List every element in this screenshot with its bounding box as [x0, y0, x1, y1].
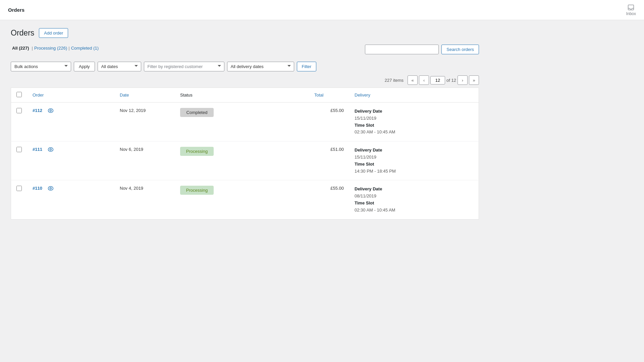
apply-button[interactable]: Apply — [74, 62, 95, 71]
header-delivery[interactable]: Delivery — [349, 88, 479, 103]
pagination-row: 227 items « ‹ of 12 › » — [11, 75, 479, 85]
prev-page-button[interactable]: ‹ — [419, 75, 429, 85]
search-button[interactable]: Search orders — [441, 45, 479, 54]
header-total[interactable]: Total — [309, 88, 349, 103]
all-dates-select[interactable]: All dates — [98, 62, 141, 71]
row-checkbox-cell — [11, 103, 28, 141]
row-checkbox-cell — [11, 141, 28, 180]
view-order-icon-110[interactable] — [48, 186, 54, 191]
status-badge-111[interactable]: Processing — [180, 147, 214, 156]
row-checkbox-112[interactable] — [16, 108, 22, 113]
items-count: 227 items — [385, 78, 404, 83]
tab-processing[interactable]: Processing (226) — [34, 46, 67, 51]
row-date-110: Nov 4, 2019 — [114, 180, 175, 219]
row-checkbox-110[interactable] — [16, 186, 22, 191]
table-row: #110 Nov 4, 2019 Processing £55.00 Deliv… — [11, 180, 479, 219]
order-link-111[interactable]: #111 — [33, 147, 42, 152]
filter-button[interactable]: Filter — [297, 62, 317, 71]
svg-point-2 — [50, 110, 51, 111]
delivery-dates-wrap: All delivery dates — [227, 62, 294, 71]
toolbar-row: Bulk actions Apply All dates Filter by r… — [11, 62, 479, 71]
table-row: #112 Nov 12, 2019 Completed £55.00 Deliv… — [11, 103, 479, 141]
inbox-icon — [628, 4, 634, 11]
row-date-111: Nov 6, 2019 — [114, 141, 175, 180]
order-link-112[interactable]: #112 — [33, 108, 42, 113]
row-checkbox-111[interactable] — [16, 147, 22, 152]
row-date-112: Nov 12, 2019 — [114, 103, 175, 141]
bulk-actions-wrap: Bulk actions — [11, 62, 71, 71]
row-status-112: Completed — [175, 103, 309, 141]
search-row: Search orders — [365, 45, 479, 54]
filter-tabs: All (227) | Processing (226) | Completed… — [11, 46, 99, 51]
delivery-dates-select[interactable]: All delivery dates — [227, 62, 294, 71]
row-delivery-111: Delivery Date 15/11/2019 Time Slot 14:30… — [349, 141, 479, 180]
header-order[interactable]: Order — [27, 88, 114, 103]
tab-completed[interactable]: Completed (1) — [71, 46, 99, 51]
inbox-button[interactable]: Inbox — [626, 4, 636, 16]
inbox-label: Inbox — [626, 11, 636, 16]
svg-point-6 — [50, 187, 51, 189]
orders-table: Order Date Status Total Delivery — [11, 87, 479, 220]
customer-filter-select[interactable]: Filter by registered customer — [144, 62, 224, 71]
row-total-111: £51.00 — [309, 141, 349, 180]
svg-point-1 — [48, 109, 53, 112]
top-bar: Orders Inbox — [0, 0, 644, 20]
table-row: #111 Nov 6, 2019 Processing £51.00 Deliv… — [11, 141, 479, 180]
row-order-cell: #112 — [27, 103, 114, 141]
row-status-111: Processing — [175, 141, 309, 180]
main-content: Orders Add order All (227) | Processing … — [0, 20, 490, 228]
status-badge-112[interactable]: Completed — [180, 108, 214, 117]
order-link-110[interactable]: #110 — [33, 186, 42, 191]
svg-point-4 — [50, 148, 51, 150]
add-order-button[interactable]: Add order — [39, 28, 68, 38]
dates-wrap: All dates — [98, 62, 141, 71]
svg-point-5 — [48, 186, 53, 190]
page-header: Orders Add order — [11, 28, 479, 38]
customer-filter-wrap: Filter by registered customer — [144, 62, 224, 71]
page-number-input[interactable] — [430, 76, 445, 84]
tab-all: All (227) — [11, 46, 31, 51]
row-checkbox-cell — [11, 180, 28, 219]
view-order-icon-111[interactable] — [48, 147, 54, 152]
header-checkbox-col — [11, 88, 28, 103]
row-delivery-110: Delivery Date 08/11/2019 Time Slot 02:30… — [349, 180, 479, 219]
row-order-cell: #110 — [27, 180, 114, 219]
topbar-title: Orders — [8, 7, 24, 13]
select-all-checkbox[interactable] — [16, 92, 22, 97]
header-status: Status — [175, 88, 309, 103]
row-delivery-112: Delivery Date 15/11/2019 Time Slot 02:30… — [349, 103, 479, 141]
view-order-icon-112[interactable] — [48, 108, 54, 113]
row-order-cell: #111 — [27, 141, 114, 180]
status-badge-110[interactable]: Processing — [180, 186, 214, 195]
bulk-actions-select[interactable]: Bulk actions — [11, 62, 71, 71]
row-status-110: Processing — [175, 180, 309, 219]
page-title: Orders — [11, 28, 34, 38]
row-total-112: £55.00 — [309, 103, 349, 141]
row-total-110: £55.00 — [309, 180, 349, 219]
next-page-button[interactable]: › — [458, 75, 468, 85]
table-header-row: Order Date Status Total Delivery — [11, 88, 479, 103]
last-page-button[interactable]: » — [469, 75, 479, 85]
search-input[interactable] — [365, 45, 439, 54]
page-of-label: of 12 — [446, 78, 456, 83]
header-date[interactable]: Date — [114, 88, 175, 103]
svg-point-3 — [48, 147, 53, 151]
first-page-button[interactable]: « — [408, 75, 418, 85]
